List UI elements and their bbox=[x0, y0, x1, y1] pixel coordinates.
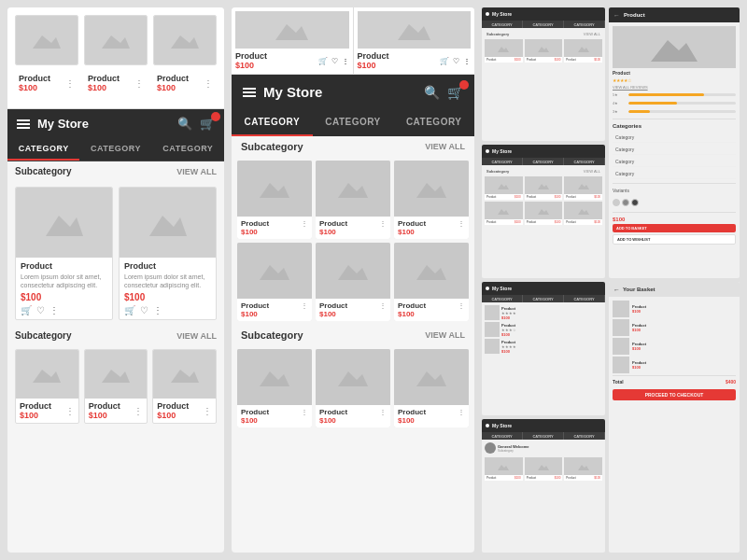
mini-cat-1-1[interactable]: CATEGORY bbox=[482, 21, 523, 28]
mini-prod-box-10[interactable]: Product $100 bbox=[485, 457, 523, 481]
hamburger-menu[interactable] bbox=[17, 119, 30, 129]
mid-prod-menu-2[interactable]: ⋮ bbox=[379, 219, 387, 228]
mini-cat-3-3[interactable]: CATEGORY bbox=[564, 295, 605, 302]
small-menu-2[interactable]: ⋮ bbox=[134, 406, 143, 416]
mini-list-item-1[interactable]: Product ★★★★ $100 bbox=[485, 305, 602, 320]
category-tab-3[interactable]: CATEGORY bbox=[152, 138, 224, 161]
mid-prod-menu-6[interactable]: ⋮ bbox=[458, 301, 465, 310]
category-tab-2[interactable]: CATEGORY bbox=[79, 138, 151, 161]
mini-cat-4-2[interactable]: CATEGORY bbox=[523, 432, 564, 440]
basket-item-4[interactable]: Product $100 bbox=[613, 357, 736, 373]
mini-cat-1-2[interactable]: CATEGORY bbox=[523, 21, 564, 28]
mini-cat-4-3[interactable]: CATEGORY bbox=[564, 432, 605, 440]
mini-prod-box-6[interactable]: Product $100 bbox=[564, 176, 602, 200]
view-all-reviews[interactable]: VIEW ALL REVIEWS bbox=[613, 85, 736, 90]
mini-prod-box-12[interactable]: Product $100 bbox=[564, 457, 602, 481]
cart-action-1[interactable]: 🛒 bbox=[21, 305, 32, 315]
mini-cat-1-3[interactable]: CATEGORY bbox=[564, 21, 605, 28]
add-basket-button[interactable]: ADD TO BASKET bbox=[613, 224, 736, 232]
small-product-3[interactable]: Product $100 ⋮ bbox=[152, 349, 217, 424]
wishlist-action-2[interactable]: ♡ bbox=[140, 305, 148, 315]
mini-cat-2-2[interactable]: CATEGORY bbox=[523, 158, 564, 165]
view-all-1[interactable]: VIEW ALL bbox=[176, 167, 217, 176]
mini-prod-box-5[interactable]: Product $100 bbox=[525, 176, 563, 200]
mid-view-all-1[interactable]: VIEW ALL bbox=[425, 142, 465, 151]
mid-prod-menu-3[interactable]: ⋮ bbox=[458, 219, 465, 228]
mid-prod-s2-1[interactable]: Product ⋮ $100 bbox=[237, 349, 312, 427]
category-tab-1[interactable]: CATEGORY bbox=[7, 138, 79, 161]
view-all-2[interactable]: VIEW ALL bbox=[176, 331, 217, 341]
mid-prod-s2-menu-3[interactable]: ⋮ bbox=[458, 408, 465, 416]
top-product-card-1[interactable] bbox=[15, 15, 78, 65]
mid-prod-s2-2[interactable]: Product ⋮ $100 bbox=[316, 349, 390, 427]
mini-list-item-3[interactable]: Product ★★★★ $100 bbox=[485, 339, 602, 354]
mini-prod-box-9[interactable]: Product $100 bbox=[564, 202, 602, 225]
mid-cart-1[interactable]: 🛒 bbox=[318, 57, 328, 65]
product-menu-2[interactable]: ⋮ bbox=[134, 78, 144, 89]
mid-cart-btn[interactable]: 🛒 bbox=[447, 85, 463, 100]
mid-more-1[interactable]: ⋮ bbox=[342, 57, 349, 65]
mini-prod-box-1[interactable]: Product $100 bbox=[485, 39, 523, 63]
more-action-2[interactable]: ⋮ bbox=[153, 305, 162, 315]
mid-cart-2[interactable]: 🛒 bbox=[440, 57, 449, 65]
top-product-card-3[interactable] bbox=[153, 15, 217, 65]
mini-cat-4-1[interactable]: CATEGORY bbox=[482, 432, 523, 440]
large-product-1[interactable]: Product Lorem ipsum dolor sit amet, cons… bbox=[15, 187, 113, 320]
mini-prod-box-3[interactable]: Product $100 bbox=[564, 39, 602, 63]
swatch-gray[interactable] bbox=[613, 199, 620, 206]
mid-more-2[interactable]: ⋮ bbox=[463, 57, 471, 65]
mini-cat-2-3[interactable]: CATEGORY bbox=[564, 158, 605, 165]
basket-item-1[interactable]: Product $100 bbox=[613, 301, 736, 317]
mini-cat-2-1[interactable]: CATEGORY bbox=[482, 158, 523, 165]
mid-prod-menu-4[interactable]: ⋮ bbox=[301, 301, 308, 310]
mini-prod-box-11[interactable]: Product $100 bbox=[525, 457, 563, 481]
mid-wishlist-1[interactable]: ♡ bbox=[331, 57, 338, 65]
mini-prod-box-8[interactable]: Product $100 bbox=[525, 202, 563, 225]
checkout-button[interactable]: PROCEED TO CHECKOUT bbox=[613, 389, 736, 400]
basket-item-2[interactable]: Product $100 bbox=[613, 319, 736, 336]
small-menu-3[interactable]: ⋮ bbox=[203, 406, 212, 416]
swatch-dark[interactable] bbox=[622, 199, 629, 206]
mid-search-btn[interactable]: 🔍 bbox=[424, 85, 440, 100]
mid-prod-menu-1[interactable]: ⋮ bbox=[301, 219, 308, 228]
mid-prod-6[interactable]: Product ⋮ $100 bbox=[394, 243, 469, 321]
mini-cat-3-2[interactable]: CATEGORY bbox=[523, 295, 564, 302]
mid-prod-s2-menu-1[interactable]: ⋮ bbox=[301, 408, 308, 416]
product-menu-1[interactable]: ⋮ bbox=[65, 78, 75, 89]
cart-action-2[interactable]: 🛒 bbox=[124, 305, 135, 315]
mid-prod-s2-menu-2[interactable]: ⋮ bbox=[379, 408, 387, 416]
cart-button[interactable]: 🛒 bbox=[200, 117, 215, 131]
small-product-1[interactable]: Product $100 ⋮ bbox=[15, 349, 79, 424]
mid-top-card-2[interactable]: Product $100 🛒 ♡ ⋮ bbox=[354, 7, 475, 74]
product-menu-3[interactable]: ⋮ bbox=[204, 78, 213, 89]
mid-hamburger[interactable] bbox=[243, 88, 256, 97]
search-button[interactable]: 🔍 bbox=[177, 117, 192, 131]
category-item-3[interactable]: Category bbox=[613, 157, 736, 167]
mini-prod-box-7[interactable]: Product $100 bbox=[485, 202, 523, 225]
mid-cat-tab-3[interactable]: CATEGORY bbox=[393, 109, 474, 136]
more-action-1[interactable]: ⋮ bbox=[49, 305, 59, 315]
back-button[interactable]: ← bbox=[613, 12, 620, 19]
mid-wishlist-2[interactable]: ♡ bbox=[453, 57, 459, 65]
small-menu-1[interactable]: ⋮ bbox=[65, 406, 75, 416]
mini-cat-3-1[interactable]: CATEGORY bbox=[482, 295, 523, 302]
mid-prod-menu-5[interactable]: ⋮ bbox=[379, 301, 387, 310]
mini-prod-box-2[interactable]: Product $100 bbox=[525, 39, 563, 63]
mid-prod-1[interactable]: Product ⋮ $100 bbox=[237, 161, 312, 239]
add-wishlist-button[interactable]: ADD TO WISHLIST bbox=[613, 234, 736, 245]
mid-top-card-1[interactable]: Product $100 🛒 ♡ ⋮ bbox=[232, 7, 354, 74]
mini-list-item-2[interactable]: Product ★★★☆ $100 bbox=[485, 322, 602, 337]
basket-back-button[interactable]: ← bbox=[613, 287, 620, 293]
mid-cat-tab-2[interactable]: CATEGORY bbox=[313, 109, 394, 136]
mini-prod-box-4[interactable]: Product $100 bbox=[485, 176, 523, 200]
category-item-4[interactable]: Category bbox=[613, 169, 736, 179]
small-product-2[interactable]: Product $100 ⋮ bbox=[84, 349, 148, 424]
mid-prod-5[interactable]: Product ⋮ $100 bbox=[316, 243, 390, 321]
top-product-card-2[interactable] bbox=[84, 15, 148, 65]
mid-prod-s2-3[interactable]: Product ⋮ $100 bbox=[394, 349, 469, 427]
mid-cat-tab-1[interactable]: CATEGORY bbox=[232, 109, 313, 136]
mid-prod-4[interactable]: Product ⋮ $100 bbox=[237, 243, 312, 321]
mid-prod-2[interactable]: Product ⋮ $100 bbox=[316, 161, 390, 239]
category-item-1[interactable]: Category bbox=[613, 133, 736, 143]
category-item-2[interactable]: Category bbox=[613, 145, 736, 155]
